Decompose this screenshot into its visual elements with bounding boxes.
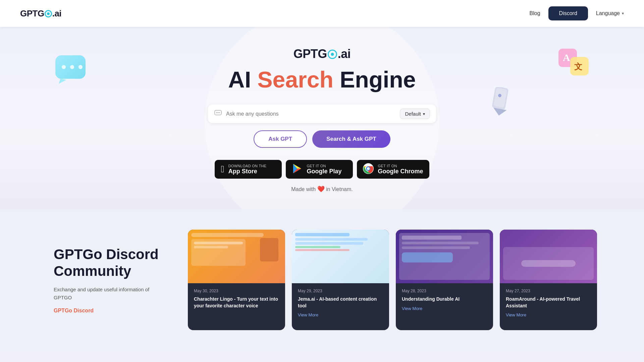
google-play-name: Google Play — [307, 168, 341, 175]
hero-section: A 文 GPTG.ai AI Search Engine — [0, 27, 644, 209]
card-thumbnail-3 — [396, 230, 493, 283]
search-mode-label: Default — [405, 111, 421, 117]
google-play-badge[interactable]: GET IT ON Google Play — [286, 160, 353, 179]
search-ask-gpt-button[interactable]: Search & Ask GPT — [312, 130, 390, 148]
blog-card: May 29, 2023 Jema.ai - AI-based content … — [292, 230, 389, 330]
google-chrome-badge[interactable]: GET IT ON Google Chrome — [357, 160, 429, 179]
card-date: May 28, 2023 — [402, 289, 487, 293]
language-selector[interactable]: Language ▾ — [596, 10, 624, 16]
svg-point-14 — [216, 112, 217, 113]
blog-card: May 27, 2023 RoamAround - AI-powered Tra… — [500, 230, 597, 330]
hero-logo: GPTG.ai — [293, 47, 351, 61]
search-input[interactable] — [226, 111, 400, 117]
card-title: Understanding Durable AI — [402, 296, 487, 303]
search-mode-dropdown[interactable]: Default ▾ — [400, 109, 430, 119]
blog-card: May 30, 2023 Charachter Lingo - Turn you… — [188, 230, 285, 330]
app-store-name: App Store — [228, 168, 267, 175]
card-date: May 30, 2023 — [194, 289, 279, 293]
hero-action-buttons: Ask GPT Search & Ask GPT — [254, 130, 390, 148]
site-logo[interactable]: GPTG.ai — [20, 8, 61, 19]
ask-gpt-button[interactable]: Ask GPT — [254, 130, 307, 148]
discord-promo: GPTGo Discord Community Exchange and upd… — [54, 230, 168, 330]
translate-decoration: A 文 — [557, 47, 590, 78]
navbar: GPTG.ai Blog Discord Language ▾ — [0, 0, 644, 27]
heart-icon: ❤️ — [317, 186, 325, 192]
discord-desc: Exchange and update useful information o… — [54, 286, 168, 302]
view-more-link[interactable]: View More — [402, 306, 487, 311]
blog-card: May 28, 2023 Understanding Durable AI Vi… — [396, 230, 493, 330]
logo-text: GPTG — [20, 8, 44, 18]
discord-link[interactable]: GPTGo Discord — [54, 308, 168, 314]
card-thumbnail-1 — [188, 230, 285, 283]
hero-title: AI Search Engine — [228, 66, 416, 93]
card-date: May 29, 2023 — [298, 289, 383, 293]
chrome-name: Google Chrome — [378, 168, 423, 175]
svg-point-16 — [219, 112, 220, 113]
svg-point-3 — [70, 65, 74, 69]
card-thumbnail-4 — [500, 230, 597, 283]
google-play-sub: GET IT ON — [307, 164, 341, 168]
card-date: May 27, 2023 — [506, 289, 591, 293]
app-store-badge[interactable]:  Download on the App Store — [215, 160, 282, 179]
blog-link[interactable]: Blog — [530, 10, 540, 16]
pencil-decoration — [490, 87, 510, 117]
made-with-text: Made with ❤️ in Vietnam. — [291, 185, 353, 193]
svg-point-24 — [367, 167, 370, 170]
view-more-link[interactable]: View More — [506, 312, 591, 317]
chat-bubble-decoration — [54, 54, 91, 88]
svg-point-2 — [62, 65, 66, 69]
hero-title-highlight: Search — [257, 67, 333, 92]
svg-point-15 — [218, 112, 219, 113]
lower-section: GPTGo Discord Community Exchange and upd… — [0, 209, 644, 350]
hero-title-part2: Engine — [333, 67, 416, 92]
card-title: RoamAround - AI-powered Travel Assistant — [506, 296, 591, 309]
dropdown-arrow-icon: ▾ — [423, 112, 425, 116]
svg-text:A: A — [563, 52, 570, 63]
hero-title-part1: AI — [228, 67, 257, 92]
svg-marker-11 — [492, 108, 507, 116]
app-store-sub: Download on the — [228, 164, 267, 168]
svg-point-4 — [78, 65, 83, 69]
google-play-icon — [292, 163, 303, 175]
view-more-link[interactable]: View More — [298, 312, 383, 317]
card-thumbnail-2 — [292, 230, 389, 283]
language-label: Language — [596, 10, 620, 16]
chrome-icon — [363, 163, 374, 175]
discord-button[interactable]: Discord — [548, 6, 588, 20]
apple-icon:  — [221, 164, 224, 175]
chrome-sub: GET IT ON — [378, 164, 423, 168]
card-title: Jema.ai - AI-based content creation tool — [298, 296, 383, 309]
chat-search-icon — [214, 109, 222, 119]
card-title: Charachter Lingo - Turn your text into y… — [194, 296, 279, 309]
search-box: Default ▾ — [208, 105, 436, 123]
nav-actions: Blog Discord Language ▾ — [530, 6, 624, 20]
discord-title: GPTGo Discord Community — [54, 246, 168, 280]
store-badges:  Download on the App Store GET IT ON Go… — [215, 160, 429, 179]
logo-suffix: .ai — [52, 8, 61, 18]
chevron-down-icon: ▾ — [622, 11, 624, 16]
blog-cards: May 30, 2023 Charachter Lingo - Turn you… — [188, 230, 597, 330]
svg-text:文: 文 — [574, 62, 583, 71]
